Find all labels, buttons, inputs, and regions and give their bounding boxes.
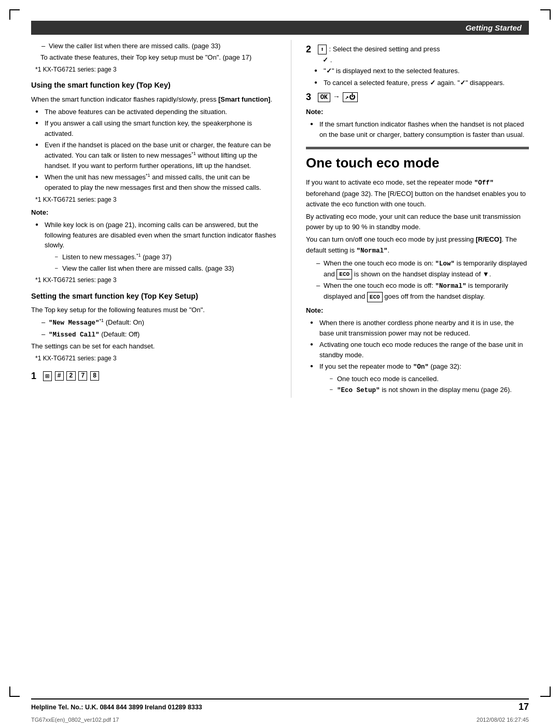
eco-note-bullet-2: Activating one touch eco mode reduces th… <box>310 340 529 360</box>
step3-note: Note: If the smart function indicator fl… <box>306 107 529 139</box>
section2-body2: The settings can be set for each handset… <box>31 341 276 352</box>
intro-dash-list: View the caller list when there are miss… <box>31 41 276 51</box>
eco-body3: You can turn on/off one touch eco mode b… <box>306 234 529 256</box>
section1-bullet-2: If you answer a call using the smart fun… <box>35 118 276 138</box>
step3-block: 3 OK → ↗⏻ <box>306 92 529 103</box>
section1-bullets: The above features can be activated depe… <box>31 107 276 193</box>
step2-text: : Select the desired setting and press <box>329 45 440 53</box>
eco-badge-off: ECO <box>367 292 383 303</box>
eco-note-dash-2: "Eco Setup" is not shown in the display … <box>330 385 529 396</box>
key-2: 2 <box>66 371 75 381</box>
step2-check-label: . <box>330 56 332 64</box>
section2-body: The Top key setup for the following feat… <box>31 305 276 315</box>
eco-dash-off: When the one touch eco mode is off: "Nor… <box>316 281 529 302</box>
step3-arrow: → <box>333 92 342 101</box>
eco-badge-on: ECO <box>337 269 352 280</box>
step1-number: 1 <box>31 371 36 382</box>
corner-mark-br <box>540 687 551 697</box>
step2-block: 2 ⬆ : Select the desired setting and pre… <box>306 44 529 88</box>
section1-bullet-4: When the unit has new messages*1 and mis… <box>35 172 276 192</box>
left-column: View the caller list when there are miss… <box>31 40 276 398</box>
corner-mark-tr <box>540 9 551 20</box>
section-smart-function-key: Using the smart function key (Top Key) W… <box>31 79 276 285</box>
section2-footnote: *1 KX-TG6721 series: page 3 <box>35 354 276 363</box>
eco-note-bullets: When there is another cordless phone nea… <box>306 318 529 396</box>
section-header-text: Getting Started <box>466 23 522 32</box>
meta-left: TG67xxE(en)_0802_ver102.pdf 17 <box>31 717 119 723</box>
check-display-icon: ✓ <box>326 67 332 75</box>
intro-footnote: *1 KX-TG6721 series: page 3 <box>35 65 276 75</box>
corner-mark-bl <box>9 687 20 697</box>
section1-bullet-1: The above features can be activated depe… <box>35 107 276 117</box>
eco-note-bullet-1: When there is another cordless phone nea… <box>310 318 529 338</box>
eco-mode-title: One touch eco mode <box>306 152 529 173</box>
step2-bullets: "✓" is displayed next to the selected fe… <box>310 66 529 88</box>
step2-content: ⬆ : Select the desired setting and press <box>317 45 440 54</box>
section2-dash-1: "New Message"*1 (Default: On) <box>41 317 276 328</box>
page: Getting Started View the caller list whe… <box>0 0 560 728</box>
corner-mark-tl <box>9 9 20 20</box>
key-power-icons: ↗⏻ <box>343 92 358 102</box>
footer-line: Helpline Tel. No.: U.K. 0844 844 3899 Ir… <box>31 698 529 712</box>
key-grid-icon: ⊞ <box>43 371 52 381</box>
eco-note-bullet-3: If you set the repeater mode to "On" (pa… <box>310 361 529 396</box>
section-top-key-setup: Setting the smart function key (Top Key … <box>31 290 276 363</box>
eco-note-dash-1: One touch eco mode is cancelled. <box>330 374 529 384</box>
section2-dashes: "New Message"*1 (Default: On) "Missed Ca… <box>31 317 276 340</box>
intro-dash-1: View the caller list when there are miss… <box>41 41 276 51</box>
section1-note-footnote: *1 KX-TG6721 series: page 3 <box>35 275 276 285</box>
step3-content: OK → ↗⏻ <box>317 92 358 102</box>
key-ok: OK <box>318 93 330 102</box>
section1-footnote: *1 KX-TG6721 series: page 3 <box>35 195 276 205</box>
step3-note-label: Note: <box>306 107 529 117</box>
eco-dashes: When the one touch eco mode is on: "Low"… <box>306 258 529 302</box>
eco-body1: If you want to activate eco mode, set th… <box>306 177 529 209</box>
section-divider-bar <box>306 147 529 149</box>
disappear-check-icon: ✓ <box>460 79 466 87</box>
step2-nav-icon: ⬆ <box>318 45 327 54</box>
step1-keys: ⊞ # 2 7 8 <box>43 371 100 381</box>
eco-mode-section: One touch eco mode If you want to activa… <box>306 152 529 396</box>
step2-check-icon: ✓ <box>323 56 328 64</box>
step1-block: 1 ⊞ # 2 7 8 <box>31 371 276 382</box>
section1-note-dashes: Listen to new messages.*1 (page 37) View… <box>45 252 276 273</box>
key-8: 8 <box>90 371 99 381</box>
content-columns: View the caller list when there are miss… <box>31 40 529 398</box>
section1-body: When the smart function indicator flashe… <box>31 94 276 105</box>
section1-title: Using the smart function key (Top Key) <box>31 79 276 91</box>
step3-note-bullet-1: If the smart function indicator flashes … <box>310 119 529 139</box>
eco-body2: By activating eco mode, your unit can re… <box>306 212 529 232</box>
section1-note-bullet-1: While key lock is on (page 21), incoming… <box>35 220 276 273</box>
step2-check-line: ✓ . <box>323 56 529 64</box>
eco-note-label: Note: <box>306 305 529 316</box>
step2-bullet-2: To cancel a selected feature, press ✓ ag… <box>314 78 529 88</box>
section-header-bar: Getting Started <box>31 21 529 35</box>
meta-right: 2012/08/02 16:27:45 <box>477 717 529 723</box>
section2-title: Setting the smart function key (Top Key … <box>31 290 276 302</box>
section1-note-dash-2: View the caller list when there are miss… <box>55 263 276 274</box>
section1-bullet-3: Even if the handset is placed on the bas… <box>35 140 276 171</box>
step2-bullet-1: "✓" is displayed next to the selected fe… <box>314 66 529 76</box>
column-divider <box>291 40 291 398</box>
key-7: 7 <box>78 371 87 381</box>
eco-dash-on: When the one touch eco mode is on: "Low"… <box>316 258 529 280</box>
cancel-check-icon: ✓ <box>430 79 436 87</box>
meta-footer: TG67xxE(en)_0802_ver102.pdf 17 2012/08/0… <box>31 717 529 723</box>
section2-dash-2: "Missed Call" (Default: Off) <box>41 329 276 340</box>
page-footer: Helpline Tel. No.: U.K. 0844 844 3899 Ir… <box>0 698 560 712</box>
step3-number: 3 <box>306 92 311 103</box>
intro-activate-text: To activate these features, their Top ke… <box>40 52 276 63</box>
section1-note-bullets: While key lock is on (page 21), incoming… <box>31 220 276 273</box>
footer-helpline: Helpline Tel. No.: U.K. 0844 844 3899 Ir… <box>31 704 202 711</box>
right-column: 2 ⬆ : Select the desired setting and pre… <box>306 40 529 398</box>
section1-note-dash-1: Listen to new messages.*1 (page 37) <box>55 252 276 262</box>
step2-number: 2 <box>306 44 311 55</box>
section1-note-label: Note: <box>31 207 276 218</box>
step3-note-bullets: If the smart function indicator flashes … <box>306 119 529 139</box>
key-hash: # <box>55 371 64 381</box>
footer-page-number: 17 <box>519 702 529 712</box>
eco-note-dashes: One touch eco mode is cancelled. "Eco Se… <box>319 374 529 396</box>
